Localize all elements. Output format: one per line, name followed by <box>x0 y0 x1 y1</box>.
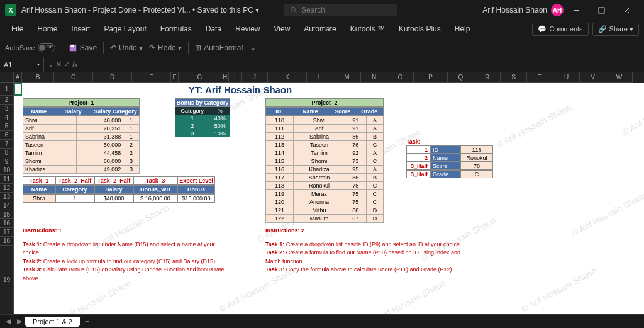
tab-home[interactable]: Home <box>31 22 64 36</box>
user-label[interactable]: Arif Hossain Shaon AH <box>482 4 564 16</box>
project2-headers: ID Name Score Grade <box>265 107 384 116</box>
close-button[interactable] <box>614 1 639 19</box>
grid[interactable]: © Arif Hossain Shaon © Arif Hossain Shao… <box>14 83 644 314</box>
toggle-icon: Off <box>38 43 55 52</box>
instructions-2: Instructions: 2 Task 1: Create a dropdow… <box>265 227 473 274</box>
search-box[interactable] <box>284 4 397 16</box>
bonus-table: Category%140%250%310% <box>175 107 230 137</box>
formula-bar[interactable] <box>82 57 644 72</box>
undo-button[interactable]: ↶ Undo ▾ <box>110 43 143 52</box>
tab-file[interactable]: File <box>5 22 30 36</box>
task-subheaders: Name Category Salary Bonus_WH Bonus <box>23 185 215 194</box>
sheet-tab-active[interactable]: Project 1 & 2 <box>25 317 80 327</box>
search-input[interactable] <box>301 6 391 14</box>
excel-icon: X <box>5 4 16 16</box>
project2-table: 110Shivi91A111Arif91A112Sabrina86B113Tas… <box>265 116 384 223</box>
watermark: © Arif Hossain Shaon <box>54 278 133 314</box>
tab-page-layout[interactable]: Page Layout <box>97 22 152 36</box>
watermark: © Arif Hossain Shaon <box>519 266 598 314</box>
instructions-1: Instructions: 1 Task 1: Create a dropdow… <box>23 227 230 283</box>
row-headers[interactable]: 12345678910111213141516171819 <box>0 83 14 314</box>
tab-kutools-plus[interactable]: Kutools Plus <box>392 22 447 36</box>
save-icon <box>69 43 77 52</box>
sheet-area: ABCDEFGHIJKLMNOPQRSTUVW 1234567891011121… <box>0 72 644 314</box>
sheet-tabs: ◀ ▶ Project 1 & 2 ＋ <box>0 314 644 328</box>
name-box[interactable]: A1▾ <box>0 57 44 72</box>
cell-selection <box>14 83 22 96</box>
minimize-button[interactable] <box>564 1 589 19</box>
tab-view[interactable]: View <box>268 22 297 36</box>
tab-prev[interactable]: ◀ <box>3 317 14 325</box>
avatar: AH <box>551 4 564 16</box>
watermark: © Arif Hossain Shaon <box>369 278 447 314</box>
project1-headers: Name Salary Salary Category <box>23 107 140 116</box>
more-button[interactable]: ⌄ <box>250 43 256 52</box>
watermark: © Arif Hossain Shaon <box>570 190 644 239</box>
redo-button[interactable]: ↷ Redo ▾ <box>149 43 182 52</box>
tab-kutools[interactable]: Kutools ™ <box>344 22 391 36</box>
tab-help[interactable]: Help <box>448 22 477 36</box>
titlebar: X Arif Hossain Shaon - Project Done - Pr… <box>0 0 644 20</box>
svg-rect-3 <box>598 7 604 13</box>
tab-review[interactable]: Review <box>229 22 266 36</box>
ribbon-bar: AutoSave Off Save ↶ Undo ▾ ↷ Redo ▾ ⊞ Au… <box>0 38 644 57</box>
formula-buttons[interactable]: ⌄ ✕ ✓ fx <box>44 60 82 69</box>
page-title: YT: Arif Hossain Shaon <box>177 84 303 95</box>
formula-bar-row: A1▾ ⌄ ✕ ✓ fx <box>0 57 644 72</box>
svg-rect-7 <box>70 45 74 47</box>
add-sheet-button[interactable]: ＋ <box>80 317 95 326</box>
svg-point-0 <box>291 7 296 11</box>
tab-automate[interactable]: Automate <box>297 22 342 36</box>
watermark: © Arif Hossain Shaon <box>620 89 644 138</box>
watermark: © Arif Hossain Shaon <box>494 102 573 150</box>
save-button[interactable]: Save <box>69 43 97 52</box>
task-row: Shivi 1 $40,000 $ 16,000.00 $16,000.00 <box>23 194 215 203</box>
search-icon <box>291 6 297 14</box>
project1-table: Shivi40,0001Arif28,2511Sabrina31,3881Tas… <box>23 116 140 174</box>
share-button[interactable]: 🔗 Share ▾ <box>592 23 639 36</box>
project1-title: Project- 1 <box>23 98 140 107</box>
bonus-title: Bonus by Category <box>175 98 230 107</box>
maximize-button[interactable] <box>589 1 614 19</box>
tab-formulas[interactable]: Formulas <box>154 22 198 36</box>
project2-title: Project- 2 <box>265 98 384 107</box>
ribbon-tabs: File Home Insert Page Layout Formulas Da… <box>0 20 644 38</box>
autosave-toggle[interactable]: AutoSave Off <box>5 43 55 52</box>
tab-insert[interactable]: Insert <box>65 22 96 36</box>
svg-line-1 <box>295 11 297 13</box>
task-headers: Task- 1 Task- 2_Half Task- 2_Half Task- … <box>23 176 215 185</box>
comments-button[interactable]: 💬 Comments <box>532 23 588 36</box>
task-box: Task: 1ID1182NameRonokul3_HalfScore783_H… <box>406 139 493 178</box>
document-title: Arif Hossain Shaon - Project Done - Prot… <box>21 6 259 14</box>
tab-next[interactable]: ▶ <box>14 317 25 325</box>
tab-data[interactable]: Data <box>199 22 228 36</box>
autoformat-button[interactable]: ⊞ AutoFormat <box>195 43 243 52</box>
column-headers[interactable]: ABCDEFGHIJKLMNOPQRSTUVW <box>0 72 644 83</box>
